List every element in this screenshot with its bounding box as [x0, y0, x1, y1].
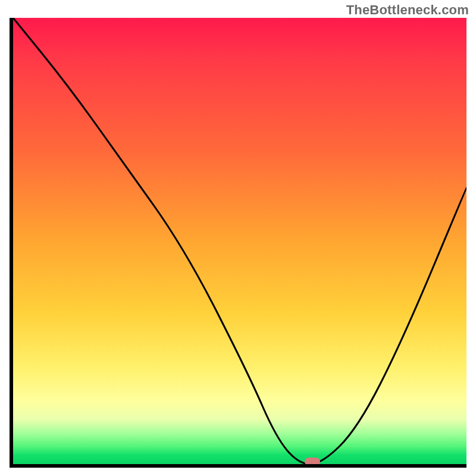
watermark-text: TheBottleneck.com: [346, 2, 469, 18]
plot-area: [10, 18, 466, 468]
bottleneck-curve: [13, 18, 466, 464]
chart-container: TheBottleneck.com: [0, 0, 476, 476]
optimal-point-marker: [305, 458, 320, 466]
